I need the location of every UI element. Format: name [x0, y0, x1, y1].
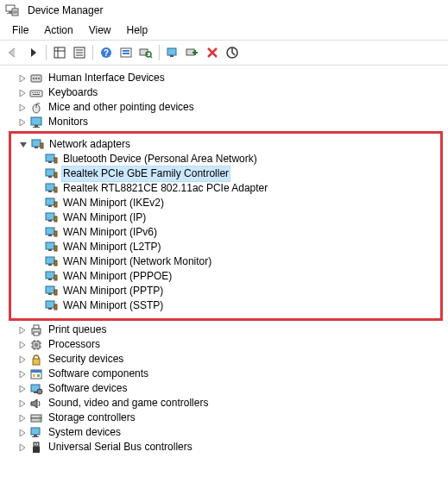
device-wan-sstp[interactable]: WAN Miniport (SSTP) — [11, 298, 440, 313]
menu-help[interactable]: Help — [120, 22, 155, 38]
expand-icon[interactable] — [17, 428, 28, 438]
scan-hardware-button[interactable] — [136, 43, 155, 62]
device-realtek-wifi[interactable]: Realtek RTL8821CE 802.11ac PCIe Adapter — [11, 181, 440, 196]
svg-rect-104 — [32, 436, 39, 437]
category-sound[interactable]: Sound, video and game controllers — [0, 396, 448, 411]
category-label: Mice and other pointing devices — [47, 100, 196, 115]
svg-rect-41 — [32, 140, 41, 147]
device-wan-pppoe[interactable]: WAN Miniport (PPPOE) — [11, 269, 440, 284]
software-component-icon — [29, 367, 43, 381]
back-button[interactable] — [3, 43, 22, 62]
expand-icon[interactable] — [17, 88, 28, 98]
device-realtek-gbe[interactable]: Realtek PCIe GbE Family Controller — [11, 166, 440, 181]
svg-rect-21 — [167, 48, 176, 55]
device-label: WAN Miniport (IKEv2) — [61, 196, 166, 210]
category-security-devices[interactable]: Security devices — [0, 352, 448, 367]
toolbar-separator — [92, 45, 93, 60]
svg-rect-68 — [46, 272, 54, 279]
svg-rect-46 — [54, 158, 57, 163]
menu-file[interactable]: File — [5, 22, 35, 38]
svg-rect-31 — [34, 92, 35, 93]
category-system-devices[interactable]: System devices — [0, 425, 448, 440]
expand-icon[interactable] — [17, 384, 28, 394]
device-bluetooth-pan[interactable]: Bluetooth Device (Personal Area Network) — [11, 152, 440, 166]
network-adapter-icon — [44, 299, 58, 313]
svg-text:?: ? — [104, 48, 109, 58]
expand-icon[interactable] — [17, 413, 28, 423]
svg-rect-90 — [33, 359, 40, 365]
expand-icon[interactable] — [17, 117, 28, 128]
forward-button[interactable] — [23, 43, 42, 62]
category-print-queues[interactable]: Print queues — [0, 323, 448, 337]
category-keyboards[interactable]: Keyboards — [0, 85, 448, 100]
device-wan-pptp[interactable]: WAN Miniport (PPTP) — [11, 284, 440, 298]
add-legacy-hardware-button[interactable] — [183, 43, 202, 62]
collapse-icon[interactable] — [18, 140, 28, 150]
expand-icon[interactable] — [17, 354, 28, 365]
device-wan-ikev2[interactable]: WAN Miniport (IKEv2) — [11, 196, 440, 210]
category-label: Security devices — [47, 352, 125, 367]
enable-device-button[interactable] — [163, 43, 182, 62]
svg-point-28 — [38, 78, 40, 79]
expand-icon[interactable] — [17, 369, 28, 379]
expand-icon[interactable] — [17, 398, 28, 409]
device-wan-ip[interactable]: WAN Miniport (IP) — [11, 210, 440, 225]
expand-icon[interactable] — [17, 442, 28, 453]
svg-line-20 — [150, 56, 152, 58]
expand-icon[interactable] — [17, 340, 28, 350]
svg-rect-35 — [33, 94, 40, 95]
category-network-adapters[interactable]: Network adapters — [11, 137, 440, 152]
toolbar: ? — [0, 41, 448, 66]
category-monitors[interactable]: Monitors — [0, 115, 448, 129]
device-label: WAN Miniport (PPPOE) — [61, 269, 174, 284]
system-device-icon — [29, 426, 43, 440]
disable-device-button[interactable] — [223, 43, 242, 62]
uninstall-device-button[interactable] — [203, 43, 222, 62]
properties-button[interactable] — [70, 43, 89, 62]
category-storage-controllers[interactable]: Storage controllers — [0, 411, 448, 425]
svg-rect-45 — [48, 161, 52, 163]
device-wan-l2tp[interactable]: WAN Miniport (L2TP) — [11, 240, 440, 254]
svg-rect-58 — [54, 216, 57, 222]
svg-rect-50 — [46, 184, 54, 191]
network-adapter-icon — [44, 241, 58, 254]
expand-icon[interactable] — [17, 325, 28, 335]
svg-rect-65 — [46, 257, 54, 264]
device-label: Realtek PCIe GbE Family Controller — [61, 166, 230, 182]
menu-view[interactable]: View — [82, 22, 118, 38]
svg-rect-33 — [37, 92, 38, 93]
device-wan-ipv6[interactable]: WAN Miniport (IPv6) — [11, 225, 440, 240]
expand-icon[interactable] — [17, 73, 28, 84]
svg-rect-74 — [46, 301, 54, 308]
category-label: Monitors — [47, 115, 90, 129]
category-usb-controllers[interactable]: Universal Serial Bus controllers — [0, 440, 448, 455]
speaker-icon — [29, 397, 43, 411]
device-wan-netmon[interactable]: WAN Miniport (Network Monitor) — [11, 254, 440, 269]
category-processors[interactable]: Processors — [0, 337, 448, 352]
device-tree[interactable]: Human Interface Devices Keyboards Mice a… — [0, 66, 448, 472]
category-software-components[interactable]: Software components — [0, 367, 448, 381]
category-software-devices[interactable]: Software devices — [0, 381, 448, 396]
help-button[interactable]: ? — [97, 43, 116, 62]
svg-rect-6 — [54, 47, 65, 58]
window-titlebar: Device Manager — [0, 0, 448, 21]
show-hide-console-button[interactable] — [50, 43, 69, 62]
svg-rect-39 — [35, 125, 38, 127]
processor-icon — [29, 338, 43, 352]
toolbar-separator — [46, 45, 47, 60]
svg-rect-59 — [46, 228, 54, 235]
svg-rect-92 — [31, 370, 41, 373]
svg-rect-38 — [31, 117, 41, 125]
window-title: Device Manager — [28, 4, 103, 16]
category-mice[interactable]: Mice and other pointing devices — [0, 100, 448, 115]
svg-rect-3 — [12, 9, 18, 16]
network-adapter-icon — [44, 270, 58, 284]
expand-icon[interactable] — [17, 103, 28, 113]
svg-rect-22 — [170, 55, 174, 57]
svg-rect-43 — [41, 143, 43, 148]
update-driver-button[interactable] — [117, 43, 136, 62]
category-hid[interactable]: Human Interface Devices — [0, 71, 448, 85]
menu-action[interactable]: Action — [37, 22, 79, 38]
security-icon — [29, 353, 43, 367]
svg-rect-73 — [54, 290, 57, 295]
